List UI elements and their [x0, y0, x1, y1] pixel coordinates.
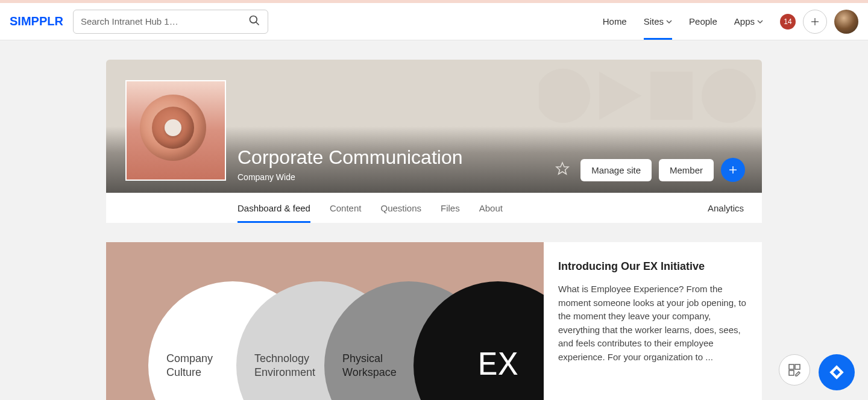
nav-sites[interactable]: Sites [635, 3, 681, 40]
user-avatar[interactable] [834, 10, 858, 34]
global-header: SIMPPLR Home Sites People Apps 14 [0, 3, 868, 40]
feature-card: Company Culture Technology Environment P… [106, 242, 762, 400]
tab-files[interactable]: Files [431, 193, 470, 223]
search-icon [248, 14, 260, 29]
nav-home[interactable]: Home [594, 3, 635, 40]
feature-card-body: What is Employee Experience? From the mo… [558, 283, 747, 364]
diagram-label: Physical [342, 352, 383, 366]
main-content: Corporate Communication Company Wide Man… [106, 60, 762, 400]
site-hero: Corporate Communication Company Wide Man… [106, 60, 762, 193]
favorite-button[interactable] [555, 161, 570, 178]
diamond-icon [828, 364, 845, 381]
plus-icon [728, 164, 738, 175]
chevron-down-icon [666, 16, 672, 27]
help-button[interactable] [819, 354, 855, 390]
diagram-label: Culture [166, 366, 201, 380]
primary-nav: Home Sites People Apps 14 [594, 3, 858, 40]
layout-edit-icon [787, 363, 802, 377]
site-avatar [125, 80, 226, 181]
feature-card-title[interactable]: Introducing Our EX Initiative [558, 260, 747, 273]
svg-point-4 [539, 69, 590, 123]
svg-rect-6 [650, 72, 693, 120]
site-title: Corporate Communication [237, 146, 463, 169]
global-add-button[interactable] [803, 10, 827, 34]
svg-point-0 [250, 16, 257, 23]
global-search[interactable] [73, 10, 268, 34]
site-add-button[interactable] [721, 158, 745, 182]
diagram-label: Company [166, 352, 213, 366]
tab-questions[interactable]: Questions [371, 193, 431, 223]
megaphone-icon [140, 95, 212, 167]
nav-apps[interactable]: Apps [726, 3, 772, 40]
diagram-label: Technology [254, 352, 309, 366]
hero-decorative-shapes [539, 66, 756, 128]
svg-marker-8 [556, 163, 568, 174]
hero-actions: Manage site Member [555, 158, 745, 182]
hero-text: Corporate Communication Company Wide [237, 146, 463, 182]
tab-about[interactable]: About [470, 193, 512, 223]
analytics-link[interactable]: Analytics [708, 203, 744, 213]
svg-rect-12 [795, 364, 800, 369]
nav-apps-label: Apps [734, 16, 755, 27]
feature-card-image: Company Culture Technology Environment P… [106, 242, 544, 400]
member-button[interactable]: Member [659, 159, 714, 181]
svg-rect-11 [789, 364, 794, 369]
brand-logo[interactable]: SIMPPLR [10, 14, 63, 28]
nav-people[interactable]: People [681, 3, 726, 40]
svg-line-1 [256, 22, 259, 25]
diagram-label: Environment [254, 366, 315, 380]
diagram-label: EX [414, 344, 544, 388]
manage-site-button[interactable]: Manage site [580, 159, 652, 181]
site-subtitle: Company Wide [237, 172, 463, 182]
feature-card-text: Introducing Our EX Initiative What is Em… [544, 242, 762, 400]
search-input[interactable] [81, 16, 248, 27]
tab-content[interactable]: Content [320, 193, 371, 223]
svg-marker-5 [599, 72, 641, 120]
diagram-label: Workspace [342, 366, 397, 380]
tab-dashboard[interactable]: Dashboard & feed [237, 193, 320, 223]
nav-sites-label: Sites [644, 16, 664, 27]
edit-layout-button[interactable] [779, 354, 810, 386]
svg-point-7 [702, 69, 756, 123]
star-icon [555, 167, 570, 178]
chevron-down-icon [757, 16, 763, 27]
floating-actions [779, 354, 855, 390]
site-tabs: Dashboard & feed Content Questions Files… [106, 193, 762, 223]
plus-icon [810, 16, 820, 27]
notifications-badge[interactable]: 14 [780, 14, 796, 30]
